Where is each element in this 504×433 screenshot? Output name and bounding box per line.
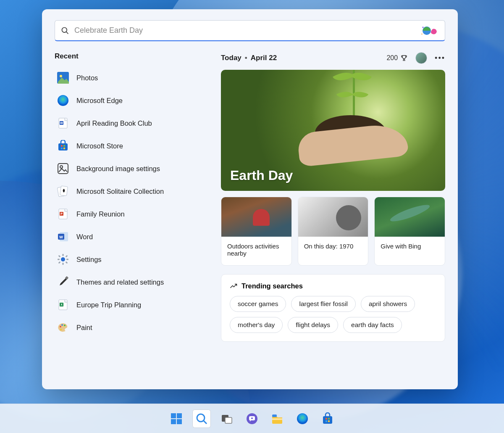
svg-rect-29 (58, 255, 61, 258)
card-thumbnail (221, 197, 291, 237)
svg-rect-11 (63, 145, 65, 147)
taskbar-edge-button[interactable] (293, 409, 312, 428)
recent-item-label: Themes and related settings (76, 278, 164, 286)
hero-card-earth-day[interactable]: Earth Day (221, 70, 445, 191)
solitaire-icon (57, 185, 69, 197)
trending-icon (230, 283, 237, 290)
today-title: Today•April 22 (221, 54, 277, 62)
svg-rect-9 (58, 143, 68, 150)
svg-rect-59 (328, 420, 330, 422)
recent-item[interactable]: WWord (55, 225, 206, 248)
photos-icon (57, 72, 69, 84)
svg-text:P: P (60, 212, 63, 215)
svg-rect-43 (171, 419, 176, 424)
taskbar-store-button[interactable] (318, 409, 337, 428)
trending-header: Trending searches (242, 282, 303, 290)
taskbar-start-button[interactable] (167, 409, 186, 428)
svg-text:X: X (60, 303, 63, 306)
svg-point-15 (60, 166, 63, 168)
svg-rect-56 (326, 418, 327, 420)
svg-point-45 (197, 414, 205, 422)
svg-point-0 (62, 27, 67, 32)
card-caption: On this day: 1970 (298, 237, 368, 258)
recent-item-label: Microsoft Store (76, 142, 123, 150)
card-caption: Outdoors activities nearby (221, 237, 291, 265)
hero-title: Earth Day (230, 168, 293, 183)
highlight-card[interactable]: On this day: 1970 (298, 197, 369, 266)
svg-rect-32 (66, 261, 68, 264)
trending-chip[interactable]: april showers (361, 296, 415, 312)
svg-rect-13 (63, 148, 65, 149)
search-bar[interactable] (55, 20, 445, 41)
themes-icon (57, 276, 69, 288)
svg-point-39 (64, 325, 66, 326)
more-button[interactable]: ••• (435, 54, 445, 63)
svg-rect-53 (272, 418, 282, 420)
svg-text:W: W (60, 121, 63, 124)
card-caption: Give with Bing (375, 237, 445, 258)
trending-chip[interactable]: mother's day (230, 317, 283, 333)
svg-point-4 (60, 75, 62, 77)
svg-rect-26 (63, 263, 64, 265)
recent-item-label: Settings (76, 256, 102, 264)
svg-point-40 (60, 329, 62, 330)
svg-rect-30 (66, 255, 68, 258)
svg-rect-58 (326, 420, 327, 422)
recent-item[interactable]: Background image settings (55, 157, 206, 180)
svg-point-51 (251, 417, 253, 419)
svg-rect-42 (177, 413, 182, 418)
rewards-points[interactable]: 200 (386, 54, 408, 62)
svg-point-38 (61, 324, 63, 326)
svg-point-54 (297, 413, 308, 424)
trending-chip[interactable]: largest flier fossil (291, 296, 355, 312)
excel-icon: X (57, 299, 69, 311)
highlight-card[interactable]: Outdoors activities nearby (221, 197, 292, 266)
search-panel: Recent PhotosMicrosoft EdgeWApril Readin… (42, 9, 458, 389)
svg-line-1 (66, 32, 68, 34)
recent-item-label: Background image settings (76, 165, 160, 173)
recent-item[interactable]: Photos (55, 66, 206, 89)
svg-line-46 (204, 421, 207, 424)
recent-item-label: Photos (76, 74, 98, 82)
taskbar-search-button[interactable] (192, 409, 211, 428)
taskbar-chat-button[interactable] (243, 409, 261, 428)
powerpoint-icon: P (57, 208, 69, 220)
recent-item-label: Family Reunion (76, 210, 125, 218)
recent-item[interactable]: Microsoft Store (55, 135, 206, 157)
recent-item[interactable]: WApril Reading Book Club (55, 112, 206, 135)
recent-item[interactable]: Microsoft Solitaire Collection (55, 180, 206, 203)
svg-rect-10 (61, 145, 63, 147)
trending-chip[interactable]: soccer games (230, 296, 286, 312)
search-theme-icon (420, 25, 439, 37)
taskbar-file-explorer-button[interactable] (268, 409, 286, 428)
recent-item[interactable]: PFamily Reunion (55, 203, 206, 225)
svg-point-24 (61, 257, 65, 261)
recent-item[interactable]: XEurope Trip Planning (55, 293, 206, 316)
svg-rect-31 (58, 261, 61, 264)
recent-item[interactable]: Settings (55, 248, 206, 271)
taskbar-task-view-button[interactable] (218, 409, 236, 428)
word-doc-icon: W (57, 117, 69, 129)
today-section: Today•April 22 200 ••• (221, 52, 445, 381)
trending-chip[interactable]: earth day facts (343, 317, 402, 333)
svg-point-37 (60, 326, 61, 327)
edge-icon (57, 95, 69, 106)
svg-point-5 (58, 95, 68, 106)
trending-chip[interactable]: flight delays (288, 317, 338, 333)
recent-section: Recent PhotosMicrosoft EdgeWApril Readin… (55, 52, 206, 381)
recent-item[interactable]: Microsoft Edge (55, 89, 206, 112)
recent-item-label: Europe Trip Planning (76, 301, 141, 309)
recent-item-label: Word (76, 233, 93, 241)
card-thumbnail (375, 197, 445, 237)
highlight-card[interactable]: Give with Bing (374, 197, 445, 266)
recent-item[interactable]: Paint (55, 316, 206, 339)
paint-icon (57, 322, 69, 333)
word-icon: W (57, 231, 69, 243)
store-icon (57, 140, 69, 152)
user-avatar[interactable] (415, 52, 427, 64)
recent-item[interactable]: Themes and related settings (55, 271, 206, 293)
svg-rect-14 (58, 164, 68, 174)
recent-item-label: April Reading Book Club (76, 119, 152, 127)
recent-header: Recent (55, 52, 206, 61)
search-input[interactable] (74, 26, 420, 35)
